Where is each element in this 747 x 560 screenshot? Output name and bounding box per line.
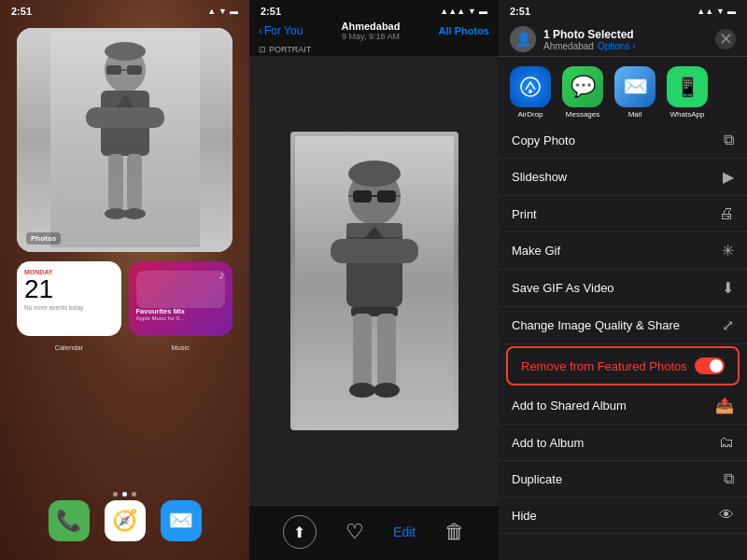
airdrop-label: AirDrop (517, 110, 543, 119)
back-button[interactable]: ‹ For You (259, 24, 303, 37)
time-1: 2:51 (11, 6, 32, 17)
menu-change-quality[interactable]: Change Image Quality & Share ⤢ (499, 307, 747, 344)
calendar-widget-label: Calendar (17, 343, 121, 352)
favorite-button[interactable]: ♡ (345, 520, 364, 544)
menu-add-album[interactable]: Add to Album 🗂 (499, 425, 747, 461)
print-label: Print (512, 207, 537, 221)
copy-photo-label: Copy Photo (512, 133, 575, 147)
status-bar-3: 2:51 ▲▲ ▼ ▬ (499, 0, 747, 19)
change-quality-label: Change Image Quality & Share (512, 318, 680, 332)
featured-toggle[interactable] (695, 357, 725, 374)
svg-rect-10 (108, 154, 123, 210)
battery-icon: ▬ (230, 7, 238, 16)
photos-nav: ‹ For You Ahmedabad 9 May, 9:18 AM All P… (249, 19, 499, 43)
whatsapp-label: WhatsApp (670, 110, 705, 119)
options-link[interactable]: Options › (598, 41, 636, 51)
menu-save-gif-video[interactable]: Save GIF As Video ⬇ (499, 270, 747, 307)
svg-rect-16 (353, 190, 372, 203)
share-title-block: 1 Photo Selected Ahmedabad Options › (543, 28, 636, 51)
share-app-row: AirDrop 💬 Messages ✉️ Mail 📱 WhatsApp (499, 57, 747, 122)
widget-labels: Calendar Music (17, 343, 233, 352)
back-label[interactable]: For You (264, 24, 303, 37)
svg-rect-9 (86, 107, 164, 128)
photo-detail-image (290, 132, 458, 430)
all-photos-link[interactable]: All Photos (439, 25, 489, 36)
share-title: 1 Photo Selected (543, 28, 636, 41)
svg-point-5 (105, 42, 146, 61)
dock-safari[interactable]: 🧭 (105, 500, 146, 541)
svg-point-13 (123, 208, 146, 219)
messages-label: Messages (566, 110, 599, 119)
nav-title: Ahmedabad (342, 21, 401, 32)
music-title: Favourites Mix (136, 307, 186, 315)
featured-photo-card[interactable]: Photos (17, 28, 233, 252)
close-button[interactable]: ✕ (715, 29, 736, 49)
svg-rect-26 (331, 239, 418, 263)
whatsapp-logo-icon: 📱 (676, 76, 699, 98)
svg-rect-3 (127, 65, 142, 75)
hide-label: Hide (512, 509, 537, 523)
photo-image (17, 28, 233, 252)
whatsapp-icon: 📱 (667, 66, 708, 107)
make-gif-label: Make Gif (512, 244, 560, 258)
signal-icon: ▲ (207, 7, 216, 16)
app-mail[interactable]: ✉️ Mail (614, 66, 655, 119)
delete-button[interactable]: 🗑 (444, 520, 465, 544)
music-title-block: Favourites Mix Apple Music for S... (136, 307, 186, 321)
nav-title-block: Ahmedabad 9 May, 9:18 AM (342, 21, 401, 41)
back-chevron-icon: ‹ (259, 24, 262, 37)
status-icons-3: ▲▲ ▼ ▬ (697, 7, 736, 16)
add-shared-album-label: Add to Shared Album (512, 399, 627, 413)
add-shared-album-icon: 📤 (715, 397, 734, 414)
photos-toolbar: ⬆ ♡ Edit 🗑 (249, 505, 499, 560)
app-messages[interactable]: 💬 Messages (562, 66, 603, 119)
status-icons-1: ▲ ▼ ▬ (207, 7, 238, 16)
edit-button[interactable]: Edit (393, 525, 416, 539)
nav-subtitle: 9 May, 9:18 AM (342, 32, 401, 41)
wifi-icon: ▼ (218, 7, 227, 16)
svg-rect-11 (127, 154, 142, 210)
widget-music[interactable]: ♪ Favourites Mix Apple Music for S... (129, 261, 233, 336)
photo-thumbnail-avatar: 👤 (510, 26, 536, 52)
status-bar-2: 2:51 ▲▲▲ ▼ ▬ (249, 0, 499, 19)
app-whatsapp[interactable]: 📱 WhatsApp (667, 66, 708, 119)
music-widget-label: Music (129, 343, 233, 352)
dock-phone[interactable]: 📞 (49, 500, 90, 541)
status-icons-2: ▲▲▲ ▼ ▬ (440, 7, 487, 16)
menu-slideshow[interactable]: Slideshow ▶ (499, 159, 747, 196)
photos-label: Photos (26, 232, 61, 245)
mail-envelope-icon: ✉️ (623, 75, 648, 99)
menu-remove-featured[interactable]: Remove from Featured Photos (506, 346, 740, 385)
menu-print[interactable]: Print 🖨 (499, 196, 747, 232)
make-gif-icon: ✳ (722, 242, 734, 259)
share-header-left: 👤 1 Photo Selected Ahmedabad Options › (510, 26, 636, 52)
portrait-label: PORTRAIT (269, 45, 311, 54)
menu-make-gif[interactable]: Make Gif ✳ (499, 232, 747, 270)
svg-rect-2 (106, 65, 121, 75)
share-location: Ahmedabad (543, 41, 594, 51)
widget-calendar[interactable]: MONDAY 21 No more events today (17, 261, 121, 336)
app-airdrop[interactable]: AirDrop (510, 66, 551, 119)
print-icon: 🖨 (719, 205, 734, 222)
share-button[interactable]: ⬆ (283, 515, 317, 549)
dock-mail[interactable]: ✉️ (161, 500, 202, 541)
menu-add-shared-album[interactable]: Add to Shared Album 📤 (499, 387, 747, 425)
menu-copy-photo[interactable]: Copy Photo ⧉ (499, 122, 747, 159)
wifi-icon-3: ▼ (716, 7, 725, 16)
menu-hide[interactable]: Hide 👁 (499, 497, 747, 534)
save-gif-video-icon: ⬇ (722, 279, 734, 297)
panel-homescreen: 2:51 ▲ ▼ ▬ (0, 0, 249, 560)
dock: 📞 🧭 ✉️ (0, 493, 249, 553)
panel-share-sheet: 2:51 ▲▲ ▼ ▬ 👤 1 Photo Selected Ahmedabad… (499, 0, 747, 560)
battery-icon-3: ▬ (727, 7, 736, 16)
menu-duplicate[interactable]: Duplicate ⧉ (499, 461, 747, 497)
photo-detail-area[interactable] (249, 56, 499, 505)
toggle-knob (710, 359, 723, 372)
duplicate-label: Duplicate (512, 472, 562, 486)
portrait-tag: ⊡ PORTRAIT (249, 43, 499, 56)
wifi-icon-2: ▼ (468, 7, 476, 16)
svg-rect-28 (353, 314, 372, 388)
status-bar-1: 2:51 ▲ ▼ ▬ (0, 0, 249, 19)
music-subtitle: Apple Music for S... (136, 315, 186, 321)
kid-detail-svg (295, 136, 454, 430)
